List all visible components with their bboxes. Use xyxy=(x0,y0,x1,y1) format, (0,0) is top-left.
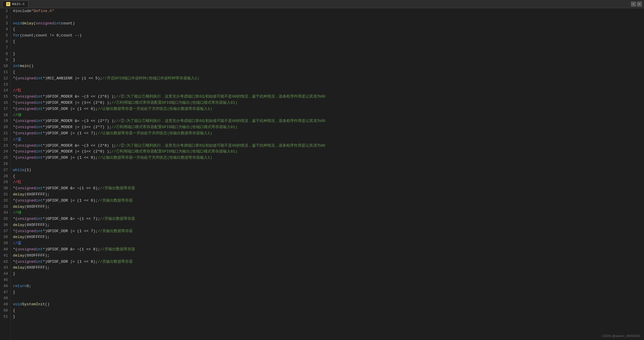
line-number: 28 xyxy=(1,173,8,180)
token-kw2: unsigned xyxy=(18,259,36,265)
code-line xyxy=(13,14,642,21)
tab-label: main.c xyxy=(12,2,25,6)
token-plain: *( xyxy=(13,216,18,222)
token-kw: int xyxy=(36,155,43,161)
token-comment: //让输出数据寄存器一开始处于关闭状态(给输出数据寄存器输入1) xyxy=(98,155,212,161)
line-number: 39 xyxy=(1,240,8,247)
line-number: 33 xyxy=(1,204,8,210)
line-number: 13 xyxy=(1,82,8,88)
code-line: *(unsigned int *)GPIOF_MODER |= (1<< (2*… xyxy=(13,124,642,130)
token-macro: #include xyxy=(13,8,31,14)
file-icon: c xyxy=(6,2,10,6)
token-comment: //让输出数据寄存器一开始处于关闭状态(给输出数据寄存器输入1) xyxy=(98,106,212,112)
token-fn: main xyxy=(20,63,29,69)
token-plain: (0XOFFFFF); xyxy=(24,265,50,271)
token-fn: SystemInit xyxy=(22,302,45,308)
code-area[interactable]: #include "Define.h" void delay(unsigned … xyxy=(11,8,644,340)
token-comment: //关输出数据寄存器 xyxy=(98,198,133,204)
line-number: 12 xyxy=(1,76,8,82)
code-line xyxy=(13,82,642,88)
code-line: delay(0XOFFFFF); xyxy=(13,192,642,198)
token-plain: *)GPIOF_ODR &= ~(1 << 8); xyxy=(43,247,100,253)
token-comment: //开启GPIO端口外设时钟(给端口外设时钟寄存器输入1) xyxy=(102,76,199,82)
token-punct: } xyxy=(13,57,15,63)
token-kw: int xyxy=(36,185,43,192)
line-number: 4 xyxy=(1,26,8,33)
token-plain: (count;count != 0;count --) xyxy=(20,33,82,39)
line-numbers: 1234567891011121314151617181920212223242… xyxy=(0,8,11,340)
title-bar: c main.c ▾ ✕ xyxy=(0,0,644,8)
token-plain: *)GPIOF_ODR |= (1 << 7); xyxy=(43,228,97,235)
token-comment: //①利用端口模式寄存器配置GPIO端口为输出(给端口模式寄存器输入01) xyxy=(111,149,237,155)
code-line: *(unsigned int *)GPIOF_MODER &= ~(3 << (… xyxy=(13,118,642,124)
token-kw2: unsigned xyxy=(18,100,36,106)
minimize-button[interactable]: ▾ xyxy=(631,2,636,6)
token-plain: *)GPIOF_ODR |= (1 << 7); xyxy=(43,130,97,137)
code-line: delay(0XOFFFFF); xyxy=(13,253,642,259)
code-line: //蓝 xyxy=(13,137,642,143)
token-plain: *( xyxy=(13,106,18,112)
token-kw2: unsigned xyxy=(18,143,36,149)
line-number: 32 xyxy=(1,198,8,204)
line-number: 16 xyxy=(1,100,8,106)
code-line: { xyxy=(13,308,642,314)
token-comment-green: //绿 xyxy=(13,112,21,118)
token-plain: *)GPIOF_ODR &= ~(1 << 6); xyxy=(43,185,100,192)
line-number: 6 xyxy=(1,39,8,45)
code-line: void SystemInit() xyxy=(13,302,642,308)
token-plain: (0XOFFFFF); xyxy=(24,204,50,210)
line-number: 49 xyxy=(1,302,8,308)
token-fn: delay xyxy=(13,234,24,240)
token-plain: *( xyxy=(13,100,18,106)
token-plain: *( xyxy=(13,259,18,265)
line-number: 29 xyxy=(1,179,8,185)
token-kw2: unsigned xyxy=(18,247,36,253)
token-kw2: unsigned xyxy=(18,155,36,161)
code-line: *(unsigned int *)GPIOF_MODER &= ~(3 << (… xyxy=(13,94,642,100)
line-number: 38 xyxy=(1,234,8,240)
token-plain: () xyxy=(29,63,34,69)
token-plain: *( xyxy=(13,149,18,155)
line-number: 7 xyxy=(1,45,8,51)
code-line: void delay(unsigned int count) xyxy=(13,21,642,27)
code-line: *(unsigned int *)GPIOF_ODR |= (1 << 7);/… xyxy=(13,228,642,235)
token-plain: *( xyxy=(13,124,18,130)
token-kw: return xyxy=(13,283,27,289)
token-kw2: unsigned xyxy=(18,118,36,124)
line-number: 35 xyxy=(1,216,8,222)
token-plain: *)GPIOF_MODER &= ~(3 << (2*7) ); xyxy=(43,118,116,124)
token-kw: int xyxy=(36,143,43,149)
code-line xyxy=(13,277,642,283)
line-number: 40 xyxy=(1,247,8,253)
code-line xyxy=(13,295,642,302)
token-plain: *( xyxy=(13,143,18,149)
token-kw2: unsigned xyxy=(36,21,54,27)
line-number: 11 xyxy=(1,69,8,76)
token-comment-red: //红 xyxy=(13,88,21,94)
line-number: 19 xyxy=(1,118,8,124)
token-plain: *)GPIOF_MODER &= ~(3 << (2*8) ); xyxy=(43,143,116,149)
token-kw2: unsigned xyxy=(18,149,36,155)
code-line: { xyxy=(13,69,642,76)
token-plain: *)GPIOF_ODR |= (1 << 6); xyxy=(43,198,97,204)
token-comment-red: //红 xyxy=(13,179,21,185)
code-line: *(unsigned int *)GPIOF_ODR &= ~(1 << 6);… xyxy=(13,185,642,192)
window-controls: ▾ ✕ xyxy=(631,2,642,6)
file-tab[interactable]: c main.c xyxy=(2,1,28,7)
code-line: *(unsigned int *)GPIOF_MODER &= ~(3 << (… xyxy=(13,143,642,149)
line-number: 44 xyxy=(1,271,8,277)
code-line: *(unsigned int *)RCC_AHB1ENR |= (1 << 5)… xyxy=(13,76,642,82)
token-punct: { xyxy=(13,39,15,45)
token-comment: //②:为了能让①顺利执行，这里充分考虑端口第6位初始值可能不是00的情况，鉴于… xyxy=(116,143,325,149)
token-fn: delay xyxy=(13,204,24,210)
line-number: 9 xyxy=(1,57,8,63)
token-punct: } xyxy=(13,271,15,277)
token-punct: { xyxy=(13,26,15,33)
close-button[interactable]: ✕ xyxy=(637,2,642,6)
token-kw: int xyxy=(36,124,43,130)
token-punct: { xyxy=(13,173,15,180)
code-line: } xyxy=(13,51,642,57)
code-line: *(unsigned int *)GPIOF_ODR |= (1 << 7);/… xyxy=(13,130,642,137)
token-punct: ( xyxy=(33,21,36,27)
line-number: 24 xyxy=(1,149,8,155)
